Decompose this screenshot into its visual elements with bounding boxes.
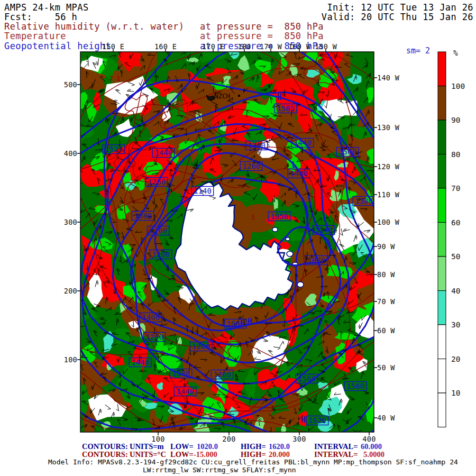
model-info-line1: Model Info: MPASv8.2.3-194-gf29cd82c CU:… — [48, 458, 458, 466]
height-contour-label: 1260 — [145, 333, 163, 341]
axis-label-left: 500 — [56, 80, 77, 89]
height-contour-label: 1406 — [142, 313, 160, 322]
pressure-center-marker: H — [247, 317, 252, 326]
height-contour-label: 1440 — [294, 139, 312, 147]
axis-label-bottom: 300 — [289, 435, 310, 443]
height-contour-label: 1440 — [176, 387, 194, 396]
height-contour-label: 1380 — [172, 369, 190, 378]
axis-label-top: 170 W — [259, 42, 282, 51]
model-info-line2: LW:rrtmg_lw SW:rrtmg_sw SFLAY:sf_mynn — [143, 466, 296, 474]
colorbar-segment — [438, 291, 446, 325]
height-contour-label: 1200 — [149, 226, 167, 235]
height-contour-label: 1080 — [307, 256, 325, 264]
colorbar-tick-label: 30 — [451, 321, 460, 329]
colorbar-tick-label: 40 — [451, 287, 460, 295]
axis-label-right: 80 W — [377, 270, 395, 279]
colorbar — [438, 52, 446, 427]
colorbar-segment — [438, 154, 446, 189]
axis-label-right: 70 W — [377, 297, 395, 306]
axis-label-right: 120 W — [377, 162, 399, 171]
height-contour-label: 1140 — [315, 226, 333, 234]
axis-label-top: 180 — [233, 42, 256, 51]
colorbar-segment — [438, 188, 446, 223]
axis-label-top: 150 E — [102, 42, 125, 51]
colorbar-tick-label: 80 — [451, 150, 460, 159]
axis-label-right: 140 W — [377, 74, 399, 82]
pressure-center-marker: H — [277, 93, 281, 102]
temp-contour-label: 5 — [212, 332, 216, 340]
height-contour-label: 1140 — [194, 187, 212, 195]
height-contour-label: 1527 — [105, 145, 123, 153]
colorbar-tick-label: 70 — [451, 184, 460, 193]
axis-label-right: 50 W — [377, 363, 395, 372]
height-contour-label: 1260 — [148, 178, 166, 186]
temp-contour-label: 3 — [251, 213, 255, 221]
temp-contour-label: 3 — [206, 331, 210, 339]
colorbar-segment — [438, 86, 446, 121]
station-label: NZCH — [214, 92, 230, 100]
height-contour-label: 1560 — [298, 374, 316, 383]
axis-label-right: 100 W — [377, 218, 399, 226]
colorbar-segment — [438, 52, 446, 86]
colorbar-segment — [438, 359, 446, 393]
axis-label-left: 400 — [56, 149, 77, 158]
axis-label-right: 110 W — [377, 190, 399, 199]
axis-label-bottom: 200 — [218, 435, 240, 443]
pressure-center-marker: L — [240, 317, 244, 326]
axis-label-top: 150 W — [314, 42, 337, 51]
colorbar-segment — [438, 393, 446, 427]
colorbar-segment — [438, 223, 446, 257]
colorbar-segment — [438, 120, 446, 154]
temp-contour-label: 7 — [109, 75, 113, 83]
axis-label-left: 300 — [56, 218, 77, 226]
height-contour-label: 1560 — [338, 148, 356, 156]
height-contour-label: 1260 — [213, 370, 231, 379]
axis-label-right: 90 W — [377, 242, 395, 251]
height-contour-label: 1585 — [277, 104, 295, 113]
height-contour-label: 1050 — [270, 212, 288, 221]
height-contour-label: 1380 — [248, 141, 266, 150]
height-contour-label: 1260 — [192, 342, 210, 351]
height-contour-label: 1080 — [134, 212, 152, 220]
height-contour-label: 1440 — [154, 149, 172, 157]
colorbar-tick-label: 20 — [451, 355, 460, 363]
axis-label-right: 40 W — [377, 414, 395, 422]
weather-chart-page: { "header": { "model_title": "AMPS 24-km… — [0, 0, 476, 476]
axis-label-left: 100 — [56, 355, 77, 364]
temp-contour-label: 0 — [160, 349, 164, 357]
axis-label-top: 160 W — [288, 42, 311, 51]
temp-contour-label: 1 — [116, 75, 121, 83]
height-contour-label: 1380 — [355, 197, 373, 205]
height-contour-label: 1440 — [131, 358, 149, 367]
colorbar-tick-label: 60 — [451, 218, 460, 227]
height-contour-label: 1620 — [308, 416, 326, 425]
axis-label-top: 160 E — [154, 42, 177, 51]
axis-label-left: 200 — [56, 287, 77, 295]
weather-map: NZCH152714401260108012001200114010501140… — [0, 0, 476, 476]
colorbar-tick-label: 90 — [451, 116, 460, 124]
axis-label-right: 60 W — [377, 326, 395, 335]
colorbar-tick-label: 50 — [451, 252, 460, 261]
colorbar-tick-label: 10 — [451, 389, 460, 397]
colorbar-segment — [438, 257, 446, 291]
height-contour-label: 1200 — [152, 250, 170, 259]
axis-label-top: 170 E — [202, 42, 225, 51]
pressure-center-marker: H — [300, 415, 305, 425]
height-contour-label: 1480 — [290, 169, 308, 178]
colorbar-tick-label: 100 — [451, 82, 465, 90]
colorbar-segment — [438, 325, 446, 359]
height-contour-label: 1560 — [346, 382, 364, 390]
axis-label-right: 130 W — [377, 123, 399, 132]
pressure-center-marker: L — [291, 160, 296, 170]
height-contour-label: 1260 — [242, 162, 260, 170]
